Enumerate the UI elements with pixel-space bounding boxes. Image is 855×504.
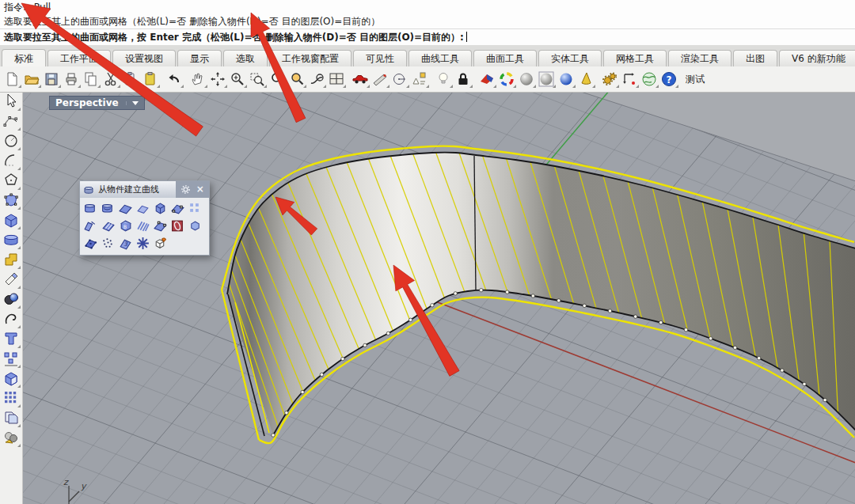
tab-curve-tools[interactable]: 曲线工具 bbox=[408, 50, 472, 66]
sphere-gray-icon[interactable] bbox=[517, 70, 536, 89]
adjust-curve-icon[interactable] bbox=[2, 310, 21, 329]
wireframe-cube-icon[interactable] bbox=[188, 218, 203, 233]
pullback-curve-icon[interactable] bbox=[101, 201, 116, 216]
tab-cplanes[interactable]: 工作平面 bbox=[48, 50, 111, 66]
copy-page-icon[interactable] bbox=[82, 70, 101, 89]
tab-visibility[interactable]: 可见性 bbox=[353, 50, 407, 66]
pan-hand-icon[interactable] bbox=[188, 70, 207, 89]
material-wedge-icon[interactable] bbox=[477, 70, 496, 89]
control-point-curve-icon[interactable] bbox=[2, 112, 21, 131]
undo-icon[interactable] bbox=[165, 70, 184, 89]
lightbulb-icon[interactable] bbox=[434, 70, 453, 89]
zoom-selected-icon[interactable] bbox=[287, 70, 306, 89]
lock-icon[interactable] bbox=[454, 70, 473, 89]
viewport-menu-caret[interactable] bbox=[126, 101, 139, 105]
zoom-extents-icon[interactable] bbox=[268, 70, 287, 89]
command-prompt-input[interactable]: 选取要拉至其上的曲面或网格，按 Enter 完成（松弛(L)=否 删除输入物件(… bbox=[0, 28, 855, 45]
viewport-canvas[interactable]: zy bbox=[23, 92, 855, 504]
extract-mesh-edges-icon[interactable] bbox=[83, 236, 98, 251]
annotate-shapes-icon[interactable] bbox=[410, 70, 429, 89]
command-history-line2: 选取要拉至其上的曲面或网格（松弛(L)=否 删除输入物件(D)=否 目的图层(O… bbox=[0, 14, 855, 28]
panel-title-bar[interactable]: 从物件建立曲线 × bbox=[80, 181, 209, 198]
loft-surface-icon[interactable] bbox=[2, 231, 21, 250]
intersect-solids-icon[interactable] bbox=[153, 201, 168, 216]
color-wheel-icon[interactable] bbox=[497, 70, 516, 89]
open-folder-icon[interactable] bbox=[22, 70, 41, 89]
extract-surface-curve-icon[interactable] bbox=[170, 201, 185, 216]
tab-render-tools[interactable]: 渲染工具 bbox=[668, 50, 732, 66]
sphere-blue-icon[interactable] bbox=[557, 70, 576, 89]
toolbar-tab-bar: 标准工作平面设置视图显示选取工作视窗配置可见性曲线工具曲面工具实体工具网格工具渲… bbox=[0, 45, 855, 67]
tab-surface-tools[interactable]: 曲面工具 bbox=[473, 50, 537, 66]
copy-clipboard-icon[interactable] bbox=[121, 70, 140, 89]
curve-from-points-icon[interactable] bbox=[153, 218, 168, 233]
main-toolbar: ?测试 bbox=[0, 66, 855, 93]
transform-widget-icon[interactable] bbox=[620, 70, 639, 89]
paste-clipboard-icon[interactable] bbox=[141, 70, 160, 89]
unroll-box-icon[interactable] bbox=[153, 236, 168, 251]
print-icon[interactable] bbox=[62, 70, 81, 89]
toolbar-test-label[interactable]: 测试 bbox=[686, 73, 705, 86]
new-file-icon[interactable] bbox=[2, 70, 21, 89]
cut-scissors-icon[interactable] bbox=[101, 70, 120, 89]
tab-mesh-tools[interactable]: 网格工具 bbox=[603, 50, 667, 66]
rotate-view-icon[interactable] bbox=[208, 70, 227, 89]
gears-icon[interactable] bbox=[600, 70, 619, 89]
tab-solid-tools[interactable]: 实体工具 bbox=[538, 50, 602, 66]
cone-yellow-icon[interactable] bbox=[576, 70, 595, 89]
curve-label-icon[interactable]: 3 bbox=[118, 236, 133, 251]
extract-isocurve-icon[interactable]: B bbox=[118, 218, 133, 233]
group-spheres-icon[interactable] bbox=[2, 429, 21, 448]
tab-viewport-layout[interactable]: 工作视窗配置 bbox=[269, 50, 352, 66]
hatch-to-curves-icon[interactable] bbox=[135, 218, 150, 233]
select-arrow-icon[interactable] bbox=[2, 93, 21, 112]
layers-icon[interactable] bbox=[2, 409, 21, 428]
duplicate-edge-icon[interactable] bbox=[135, 201, 150, 216]
save-icon[interactable] bbox=[42, 70, 61, 89]
box-icon[interactable] bbox=[2, 211, 21, 230]
zoom-in-icon[interactable] bbox=[228, 70, 247, 89]
contour-icon[interactable] bbox=[101, 218, 116, 233]
panel-controls: × bbox=[176, 181, 209, 198]
command-history-line1: 指令: _Pull bbox=[0, 0, 855, 14]
boolean-spheres-icon[interactable] bbox=[2, 290, 21, 309]
section-icon[interactable] bbox=[83, 218, 98, 233]
tab-new-in-v6[interactable]: V6 的新功能 bbox=[779, 50, 855, 66]
array-icon[interactable] bbox=[2, 389, 21, 408]
perspective-viewport[interactable]: zy Perspective bbox=[23, 92, 855, 504]
boolean-union-icon[interactable] bbox=[2, 251, 21, 270]
viewport-title[interactable]: Perspective bbox=[49, 96, 145, 110]
panel-body: B3 bbox=[80, 198, 209, 255]
panel-title-text: 从物件建立曲线 bbox=[98, 184, 176, 195]
polygon-icon[interactable] bbox=[2, 172, 21, 191]
solid-edit-icon[interactable] bbox=[2, 369, 21, 388]
gear-icon[interactable] bbox=[180, 184, 191, 195]
zoom-window-icon[interactable] bbox=[248, 70, 267, 89]
arc-icon[interactable] bbox=[2, 152, 21, 171]
point-cloud-icon[interactable] bbox=[101, 236, 116, 251]
tab-select[interactable]: 选取 bbox=[223, 50, 268, 66]
tab-standard[interactable]: 标准 bbox=[2, 49, 46, 67]
duplicate-border-icon[interactable] bbox=[118, 201, 133, 216]
project-curve-icon[interactable] bbox=[83, 201, 98, 216]
object-points-icon[interactable] bbox=[188, 201, 203, 216]
tab-drafting[interactable]: 出图 bbox=[733, 50, 777, 66]
dimension-icon[interactable] bbox=[2, 350, 21, 369]
pinwheel-curves-icon[interactable] bbox=[135, 236, 150, 251]
sphere-shaded-icon[interactable] bbox=[537, 70, 556, 89]
earth-globe-icon[interactable] bbox=[640, 70, 659, 89]
tab-display[interactable]: 显示 bbox=[177, 50, 222, 66]
help-icon[interactable]: ? bbox=[659, 70, 678, 89]
undo-view-icon[interactable] bbox=[307, 70, 326, 89]
measure-map-icon[interactable] bbox=[370, 70, 390, 89]
silhouette-icon[interactable] bbox=[170, 218, 185, 233]
text-icon[interactable] bbox=[2, 330, 21, 349]
circle-icon[interactable] bbox=[2, 132, 21, 151]
tab-set-view[interactable]: 设置视图 bbox=[112, 50, 176, 66]
surface-control-points-icon[interactable] bbox=[2, 191, 21, 210]
car-icon[interactable] bbox=[351, 70, 370, 89]
circle-axis-icon[interactable] bbox=[390, 70, 409, 89]
trim-icon[interactable] bbox=[2, 271, 21, 290]
close-icon[interactable]: × bbox=[196, 184, 204, 195]
viewport-grid-icon[interactable] bbox=[327, 70, 346, 89]
